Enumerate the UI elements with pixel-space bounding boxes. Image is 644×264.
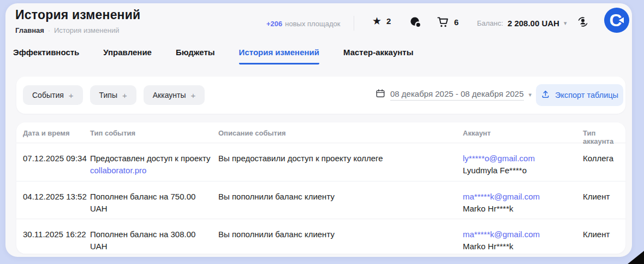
page: История изменений Главная · История изме… (0, 0, 644, 264)
filter-events-label: События (32, 91, 64, 99)
table-row: 07.12.2025 09:34 Предоставлен доступ к п… (16, 143, 625, 181)
new-sites-count: +206 (266, 20, 282, 28)
account-name: Lyudmyla Fe****o (463, 165, 575, 177)
account-email-link[interactable]: ma*****k@gmail.com (463, 191, 575, 203)
account-name: Marko Hr****k (463, 203, 575, 215)
event-type-text: Предоставлен доступ к проекту (90, 152, 213, 165)
chevron-down-icon: ▾ (529, 91, 532, 98)
new-sites-indicator[interactable]: +206новых площадок (266, 20, 341, 28)
project-link[interactable]: collaborator.pro (90, 165, 213, 177)
cell-account: ly*****o@gmail.com Lyudmyla Fe****o (463, 152, 575, 177)
table-header-row: Дата и время Тип события Описание событи… (16, 122, 625, 143)
account-name: Marko Hr****k (463, 240, 575, 253)
cart-count: 6 (454, 17, 458, 27)
page-title: История изменений (15, 8, 140, 22)
new-sites-label: новых площадок (285, 20, 340, 28)
tab-effectiveness[interactable]: Эффективность (13, 48, 79, 64)
breadcrumb-current: История изменений (54, 26, 120, 34)
account-switch-button[interactable] (576, 15, 589, 31)
mouse-cursor (628, 251, 644, 264)
breadcrumb-home[interactable]: Главная (15, 26, 44, 34)
tab-master-accounts[interactable]: Мастер-аккаунты (343, 48, 413, 64)
breadcrumb: Главная · История изменений (15, 26, 119, 34)
date-range-value: 08 декабря 2025 - 08 декабря 2025 (390, 89, 524, 101)
cell-description: Вы предоставили доступ к проекту коллеге (218, 152, 453, 165)
plus-icon: + (122, 91, 127, 100)
filter-pills: События + Типы + Аккаунты + (23, 85, 205, 105)
cart-icon (437, 16, 449, 28)
cell-datetime: 30.11.2025 16:22 (23, 228, 86, 240)
filter-accounts-label: Аккаунты (153, 91, 186, 99)
cell-account-type: Клиент (583, 191, 610, 203)
support-chat-button[interactable] (409, 16, 422, 28)
cell-account-type: Клиент (583, 228, 610, 240)
export-table-button[interactable]: Экспорт таблицы (536, 84, 623, 106)
calendar-icon (375, 89, 385, 101)
cell-account: ma*****k@gmail.com Marko Hr****k (463, 191, 575, 215)
export-table-label: Экспорт таблицы (555, 91, 618, 99)
date-range-picker[interactable]: 08 декабря 2025 - 08 декабря 2025 ▾ (375, 89, 532, 101)
cell-event-type: Предоставлен доступ к проекту collaborat… (90, 152, 213, 177)
account-email-link[interactable]: ly*****o@gmail.com (463, 152, 575, 165)
cell-datetime: 04.12.2025 13:52 (23, 191, 87, 203)
column-header-datetime: Дата и время (23, 129, 70, 137)
chat-icon (409, 16, 422, 28)
cell-description: Вы пополнили баланс клиенту (218, 228, 453, 240)
column-header-account: Аккаунт (463, 129, 575, 137)
account-sync-icon (576, 21, 589, 30)
cart-counter[interactable]: 6 (437, 16, 458, 28)
filter-events-button[interactable]: События + (23, 85, 83, 105)
filter-accounts-button[interactable]: Аккаунты + (144, 85, 205, 105)
breadcrumb-separator: · (48, 27, 50, 34)
table-row: 30.11.2025 16:22 Пополнен баланс на 308.… (16, 219, 625, 254)
balance-value: 2 208.00 UAH (508, 19, 559, 28)
tab-management[interactable]: Управление (103, 48, 152, 64)
cell-event-type: Пополнен баланс на 308.00 UAH (90, 228, 213, 253)
plus-icon: + (190, 91, 195, 100)
tab-change-history[interactable]: История изменений (239, 48, 319, 64)
app-logo[interactable]: C (604, 7, 630, 33)
tab-bar: Эффективность Управление Бюджеты История… (13, 48, 413, 64)
balance-label: Баланс: (477, 19, 503, 27)
column-header-description: Описание события (218, 129, 453, 137)
topbar-divider (354, 16, 354, 31)
upload-icon (541, 90, 550, 101)
cell-event-type: Пополнен баланс на 750.00 UAH (90, 191, 213, 215)
column-header-event-type: Тип события (90, 129, 213, 137)
filter-bar: События + Типы + Аккаунты + 08 декабря 2… (16, 77, 625, 114)
plus-icon: + (69, 91, 74, 100)
filter-types-button[interactable]: Типы + (90, 85, 136, 105)
cell-account-type: Коллега (583, 152, 613, 165)
logo-icon: C (604, 7, 630, 33)
table-row: 04.12.2025 13:52 Пополнен баланс на 750.… (16, 181, 625, 219)
tab-budgets[interactable]: Бюджеты (176, 48, 215, 64)
cell-datetime: 07.12.2025 09:34 (23, 152, 87, 165)
filter-types-label: Типы (99, 91, 117, 99)
cell-description: Вы пополнили баланс клиенту (218, 191, 453, 203)
favorites-count: 2 (386, 16, 391, 26)
balance-selector[interactable]: Баланс: 2 208.00 UAH ▾ (477, 19, 567, 28)
star-icon: ★ (372, 16, 381, 26)
favorites-counter[interactable]: ★ 2 (372, 16, 391, 26)
history-table: Дата и время Тип события Описание событи… (16, 122, 625, 254)
chevron-down-icon: ▾ (564, 20, 567, 27)
cell-account: ma*****k@gmail.com Marko Hr****k (463, 228, 575, 253)
account-email-link[interactable]: ma*****k@gmail.com (463, 228, 575, 240)
